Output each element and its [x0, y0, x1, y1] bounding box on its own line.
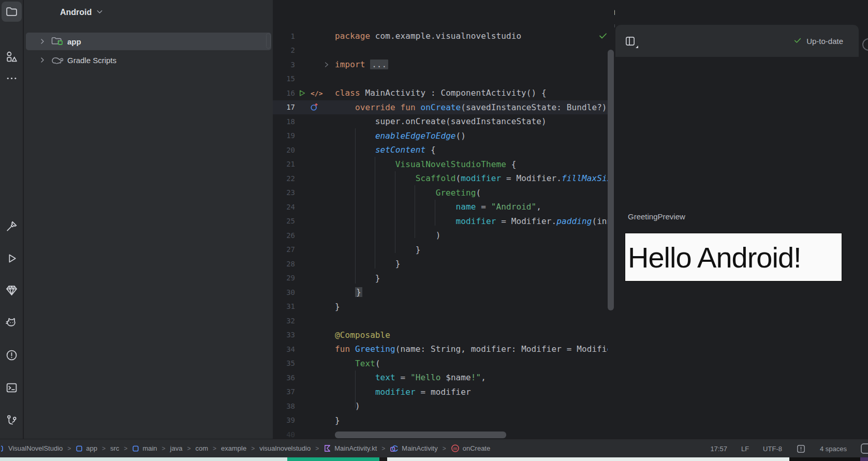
breadcrumb-java[interactable]: java: [170, 444, 183, 452]
tree-row-app[interactable]: app: [26, 33, 271, 50]
code-text: package com.example.visualnovelstudio: [335, 31, 608, 41]
override-gutter-icon[interactable]: [310, 102, 319, 112]
chevron-right-icon[interactable]: [38, 56, 48, 64]
android-studio-window: Android appGradle Scripts MainActivity.k…: [0, 0, 868, 461]
notifications-icon[interactable]: [796, 444, 806, 454]
rail-resource-manager-icon[interactable]: [2, 47, 22, 67]
breadcrumb-app[interactable]: app: [76, 444, 97, 452]
check-icon: [793, 36, 802, 46]
gutter: </>: [295, 86, 335, 100]
breadcrumb-com[interactable]: com: [195, 444, 208, 452]
code-line[interactable]: 25 modifier = Modifier.padding(innerPadd…: [273, 214, 608, 229]
rail-version-control-branch-icon[interactable]: [2, 410, 22, 430]
clipped-status-icon[interactable]: [861, 443, 868, 454]
tree-row-gradle-scripts[interactable]: Gradle Scripts: [26, 51, 271, 69]
line-number: 30: [273, 288, 295, 296]
editor-horizontal-scrollbar[interactable]: [335, 432, 506, 438]
code-line[interactable]: 27 }: [273, 243, 608, 257]
line-number: 17: [273, 103, 295, 111]
code-line[interactable]: 26 ): [273, 228, 608, 243]
breadcrumb-oncreate[interactable]: monCreate: [451, 444, 490, 453]
code-line[interactable]: 33@Composable: [273, 328, 608, 343]
code-line[interactable]: 22 Scaffold(modifier = Modifier.fillMaxS…: [273, 171, 608, 186]
code-line[interactable]: 24 name = "Android",: [273, 200, 608, 214]
gutter: [295, 114, 335, 129]
project-view-selector[interactable]: Android: [60, 5, 104, 20]
project-scrollbar[interactable]: [266, 33, 271, 49]
breadcrumb-src[interactable]: src: [110, 444, 119, 452]
status-indent[interactable]: 4 spaces: [820, 445, 847, 453]
code-line[interactable]: 30 }: [273, 285, 608, 300]
gutter: [295, 243, 335, 257]
rail-gemini-cat-icon[interactable]: [2, 313, 22, 333]
preview-layout-icon[interactable]: [624, 35, 636, 47]
code-line[interactable]: 21 VisualNovelStudioTheme {: [273, 157, 608, 172]
rail-build-hammer-icon[interactable]: [2, 216, 22, 236]
rail-app-quality-insights-gem-icon[interactable]: [2, 280, 22, 301]
line-number: 1: [273, 32, 295, 40]
code-editor[interactable]: 1package com.example.visualnovelstudio23…: [273, 0, 614, 439]
breadcrumb-mainactivity[interactable]: MainActivity: [390, 444, 437, 453]
class-icon: [390, 444, 399, 453]
breadcrumb-separator: >: [67, 445, 71, 452]
breadcrumb-example[interactable]: example: [221, 444, 246, 452]
code-line[interactable]: 36 text = "Hello $name!",: [273, 370, 608, 385]
chevron-right-icon[interactable]: [38, 37, 48, 46]
preview-composable-name[interactable]: GreetingPreview: [628, 212, 685, 221]
gutter: [295, 356, 335, 371]
code-text: }: [335, 273, 608, 283]
breadcrumb-mainactivity-kt[interactable]: MainActivity.kt: [323, 444, 377, 452]
breadcrumb-separator: >: [187, 445, 190, 452]
breadcrumb-main[interactable]: main: [132, 444, 157, 452]
markup-gutter-icon[interactable]: </>: [311, 89, 322, 97]
code-line[interactable]: 28 }: [273, 257, 608, 271]
rail-more-tool-windows-icon[interactable]: [2, 68, 22, 88]
breadcrumb-separator: >: [251, 445, 255, 452]
code-line[interactable]: 2: [273, 43, 608, 58]
status-line-ending[interactable]: LF: [741, 445, 749, 453]
status-clock[interactable]: 17:57: [710, 445, 727, 453]
code-line[interactable]: 29 }: [273, 271, 608, 286]
rail-run-play-icon[interactable]: [2, 248, 22, 269]
code-line[interactable]: 38 ): [273, 399, 608, 413]
breadcrumb-visualnovelstudio[interactable]: visualnovelstudio: [259, 444, 311, 452]
code-text: Scaffold(modifier = Modifier.fillMaxSize…: [335, 173, 608, 183]
code-line[interactable]: 3import ...: [273, 57, 608, 72]
code-line[interactable]: 31}: [273, 300, 608, 314]
rail-terminal-icon[interactable]: [2, 378, 22, 398]
line-number: 40: [273, 430, 295, 439]
code-line[interactable]: 19 enableEdgeToEdge(): [273, 129, 608, 143]
run-gutter-icon[interactable]: [298, 89, 306, 97]
gutter: [295, 200, 335, 214]
breadcrumb-label: app: [86, 444, 97, 452]
code-line[interactable]: 35 Text(: [273, 356, 608, 371]
clipped-floating-control: [862, 38, 868, 51]
breadcrumb-visualnovelstudio[interactable]: VisualNovelStudio: [1, 444, 63, 452]
gutter: [295, 214, 335, 229]
editor-vertical-scrollbar[interactable]: [608, 50, 614, 310]
code-text: fun Greeting(name: String, modifier: Mod…: [335, 344, 608, 354]
code-line[interactable]: 20 setContent {: [273, 143, 608, 157]
code-line[interactable]: 1package com.example.visualnovelstudio: [273, 29, 608, 43]
inspections-ok-icon[interactable]: [598, 31, 608, 42]
code-text: }: [335, 302, 608, 311]
status-encoding[interactable]: UTF-8: [763, 445, 782, 453]
rail-project-folder-icon[interactable]: [2, 2, 22, 22]
code-line[interactable]: 18 super.onCreate(savedInstanceState): [273, 114, 608, 129]
code-line[interactable]: 17 override fun onCreate(savedInstanceSt…: [273, 100, 608, 115]
breadcrumb-separator: >: [443, 445, 446, 452]
indent-guide: [355, 128, 356, 284]
fold-chevron-icon[interactable]: [323, 61, 330, 68]
breadcrumb-label: MainActivity: [402, 444, 437, 452]
gutter: [295, 72, 335, 86]
code-line[interactable]: 23 Greeting(: [273, 186, 608, 200]
code-line[interactable]: 37 modifier = modifier: [273, 385, 608, 399]
code-line[interactable]: 15: [273, 72, 608, 86]
code-line[interactable]: 16</>class MainActivity : ComponentActiv…: [273, 86, 608, 100]
code-line[interactable]: 34fun Greeting(name: String, modifier: M…: [273, 342, 608, 356]
code-line[interactable]: 39}: [273, 413, 608, 428]
line-number: 25: [273, 217, 295, 225]
rail-problems-alert-icon[interactable]: [2, 345, 22, 365]
code-line[interactable]: 32: [273, 314, 608, 328]
code-text: enableEdgeToEdge(): [335, 131, 608, 141]
